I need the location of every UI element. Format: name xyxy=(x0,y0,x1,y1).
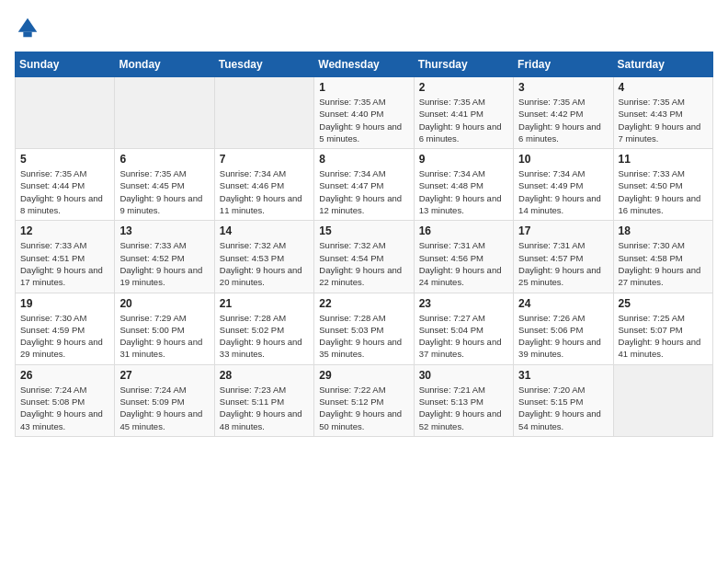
calendar-body: 1Sunrise: 7:35 AMSunset: 4:40 PMDaylight… xyxy=(16,77,713,437)
day-info: Sunrise: 7:32 AMSunset: 4:54 PMDaylight:… xyxy=(319,239,408,288)
calendar-cell: 15Sunrise: 7:32 AMSunset: 4:54 PMDayligh… xyxy=(314,221,414,293)
calendar-cell xyxy=(214,77,313,149)
day-info: Sunrise: 7:28 AMSunset: 5:03 PMDaylight:… xyxy=(319,312,408,361)
calendar-cell: 11Sunrise: 7:33 AMSunset: 4:50 PMDayligh… xyxy=(613,149,712,221)
day-info: Sunrise: 7:25 AMSunset: 5:07 PMDaylight:… xyxy=(619,312,708,361)
day-info: Sunrise: 7:35 AMSunset: 4:42 PMDaylight:… xyxy=(518,96,608,144)
calendar-week-2: 5Sunrise: 7:35 AMSunset: 4:44 PMDaylight… xyxy=(16,149,713,221)
day-number: 11 xyxy=(619,153,708,166)
calendar-cell: 13Sunrise: 7:33 AMSunset: 4:52 PMDayligh… xyxy=(115,221,214,293)
day-number: 4 xyxy=(619,81,708,94)
weekday-header-sunday: Sunday xyxy=(16,52,115,77)
weekday-header-monday: Monday xyxy=(115,52,214,77)
calendar-cell: 7Sunrise: 7:34 AMSunset: 4:46 PMDaylight… xyxy=(214,149,313,221)
calendar-week-3: 12Sunrise: 7:33 AMSunset: 4:51 PMDayligh… xyxy=(16,221,713,293)
calendar-cell: 8Sunrise: 7:34 AMSunset: 4:47 PMDaylight… xyxy=(314,149,414,221)
day-number: 26 xyxy=(20,369,109,382)
calendar-week-1: 1Sunrise: 7:35 AMSunset: 4:40 PMDaylight… xyxy=(16,77,713,149)
calendar-cell: 24Sunrise: 7:26 AMSunset: 5:06 PMDayligh… xyxy=(514,293,613,364)
svg-marker-0 xyxy=(18,18,38,32)
day-number: 29 xyxy=(319,369,408,382)
logo-icon xyxy=(15,15,40,40)
calendar-cell xyxy=(613,364,712,436)
day-number: 30 xyxy=(419,369,508,382)
logo xyxy=(15,15,44,40)
day-number: 20 xyxy=(119,297,209,310)
calendar-cell: 2Sunrise: 7:35 AMSunset: 4:41 PMDaylight… xyxy=(414,77,513,149)
day-number: 19 xyxy=(20,297,109,310)
day-number: 16 xyxy=(419,224,508,237)
calendar-cell: 17Sunrise: 7:31 AMSunset: 4:57 PMDayligh… xyxy=(514,221,613,293)
day-number: 22 xyxy=(319,297,408,310)
calendar-cell: 5Sunrise: 7:35 AMSunset: 4:44 PMDaylight… xyxy=(16,149,115,221)
day-number: 18 xyxy=(619,224,708,237)
day-info: Sunrise: 7:35 AMSunset: 4:40 PMDaylight:… xyxy=(319,96,408,144)
day-number: 1 xyxy=(319,81,408,94)
weekday-header-wednesday: Wednesday xyxy=(314,52,414,77)
day-info: Sunrise: 7:33 AMSunset: 4:51 PMDaylight:… xyxy=(20,239,109,288)
calendar-week-4: 19Sunrise: 7:30 AMSunset: 4:59 PMDayligh… xyxy=(16,293,713,364)
day-info: Sunrise: 7:35 AMSunset: 4:44 PMDaylight:… xyxy=(20,167,109,216)
calendar-cell xyxy=(16,77,115,149)
day-number: 7 xyxy=(220,153,309,166)
day-number: 12 xyxy=(20,224,109,237)
day-number: 21 xyxy=(220,297,309,310)
svg-rect-1 xyxy=(23,32,31,38)
day-number: 27 xyxy=(119,369,209,382)
day-info: Sunrise: 7:24 AMSunset: 5:09 PMDaylight:… xyxy=(119,384,209,432)
day-info: Sunrise: 7:31 AMSunset: 4:56 PMDaylight:… xyxy=(419,239,508,288)
calendar-table: SundayMondayTuesdayWednesdayThursdayFrid… xyxy=(15,52,713,437)
day-number: 17 xyxy=(518,224,608,237)
calendar-cell: 23Sunrise: 7:27 AMSunset: 5:04 PMDayligh… xyxy=(414,293,513,364)
day-info: Sunrise: 7:33 AMSunset: 4:52 PMDaylight:… xyxy=(119,239,209,288)
day-number: 15 xyxy=(319,224,408,237)
day-info: Sunrise: 7:26 AMSunset: 5:06 PMDaylight:… xyxy=(518,312,608,361)
calendar-cell: 21Sunrise: 7:28 AMSunset: 5:02 PMDayligh… xyxy=(214,293,313,364)
calendar-cell: 4Sunrise: 7:35 AMSunset: 4:43 PMDaylight… xyxy=(613,77,712,149)
day-number: 24 xyxy=(518,297,608,310)
calendar-cell: 14Sunrise: 7:32 AMSunset: 4:53 PMDayligh… xyxy=(214,221,313,293)
calendar-cell: 29Sunrise: 7:22 AMSunset: 5:12 PMDayligh… xyxy=(314,364,414,436)
calendar-cell: 26Sunrise: 7:24 AMSunset: 5:08 PMDayligh… xyxy=(16,364,115,436)
calendar-cell: 18Sunrise: 7:30 AMSunset: 4:58 PMDayligh… xyxy=(613,221,712,293)
day-info: Sunrise: 7:35 AMSunset: 4:41 PMDaylight:… xyxy=(419,96,508,144)
day-info: Sunrise: 7:29 AMSunset: 5:00 PMDaylight:… xyxy=(119,312,209,361)
weekday-header-tuesday: Tuesday xyxy=(214,52,313,77)
calendar-cell: 10Sunrise: 7:34 AMSunset: 4:49 PMDayligh… xyxy=(514,149,613,221)
day-info: Sunrise: 7:21 AMSunset: 5:13 PMDaylight:… xyxy=(419,384,508,432)
calendar-cell: 1Sunrise: 7:35 AMSunset: 4:40 PMDaylight… xyxy=(314,77,414,149)
calendar-cell: 28Sunrise: 7:23 AMSunset: 5:11 PMDayligh… xyxy=(214,364,313,436)
day-info: Sunrise: 7:34 AMSunset: 4:47 PMDaylight:… xyxy=(319,167,408,216)
calendar-cell: 22Sunrise: 7:28 AMSunset: 5:03 PMDayligh… xyxy=(314,293,414,364)
day-info: Sunrise: 7:34 AMSunset: 4:46 PMDaylight:… xyxy=(220,167,309,216)
day-info: Sunrise: 7:30 AMSunset: 4:59 PMDaylight:… xyxy=(20,312,109,361)
day-info: Sunrise: 7:23 AMSunset: 5:11 PMDaylight:… xyxy=(220,384,309,432)
day-info: Sunrise: 7:34 AMSunset: 4:49 PMDaylight:… xyxy=(518,167,608,216)
day-info: Sunrise: 7:28 AMSunset: 5:02 PMDaylight:… xyxy=(220,312,309,361)
day-info: Sunrise: 7:24 AMSunset: 5:08 PMDaylight:… xyxy=(20,384,109,432)
day-number: 10 xyxy=(518,153,608,166)
day-number: 28 xyxy=(220,369,309,382)
calendar-cell: 31Sunrise: 7:20 AMSunset: 5:15 PMDayligh… xyxy=(514,364,613,436)
day-info: Sunrise: 7:32 AMSunset: 4:53 PMDaylight:… xyxy=(220,239,309,288)
weekday-header-friday: Friday xyxy=(514,52,613,77)
day-info: Sunrise: 7:33 AMSunset: 4:50 PMDaylight:… xyxy=(619,167,708,216)
calendar-cell: 19Sunrise: 7:30 AMSunset: 4:59 PMDayligh… xyxy=(16,293,115,364)
day-number: 2 xyxy=(419,81,508,94)
day-number: 3 xyxy=(518,81,608,94)
calendar-cell: 6Sunrise: 7:35 AMSunset: 4:45 PMDaylight… xyxy=(115,149,214,221)
day-info: Sunrise: 7:34 AMSunset: 4:48 PMDaylight:… xyxy=(419,167,508,216)
day-number: 9 xyxy=(419,153,508,166)
day-number: 23 xyxy=(419,297,508,310)
weekday-header-thursday: Thursday xyxy=(414,52,513,77)
day-number: 13 xyxy=(119,224,209,237)
day-info: Sunrise: 7:35 AMSunset: 4:43 PMDaylight:… xyxy=(619,96,708,144)
weekday-row: SundayMondayTuesdayWednesdayThursdayFrid… xyxy=(16,52,713,77)
day-info: Sunrise: 7:22 AMSunset: 5:12 PMDaylight:… xyxy=(319,384,408,432)
day-number: 5 xyxy=(20,153,109,166)
calendar-header: SundayMondayTuesdayWednesdayThursdayFrid… xyxy=(16,52,713,77)
calendar-cell: 3Sunrise: 7:35 AMSunset: 4:42 PMDaylight… xyxy=(514,77,613,149)
day-info: Sunrise: 7:31 AMSunset: 4:57 PMDaylight:… xyxy=(518,239,608,288)
calendar-cell: 25Sunrise: 7:25 AMSunset: 5:07 PMDayligh… xyxy=(613,293,712,364)
calendar-cell: 9Sunrise: 7:34 AMSunset: 4:48 PMDaylight… xyxy=(414,149,513,221)
